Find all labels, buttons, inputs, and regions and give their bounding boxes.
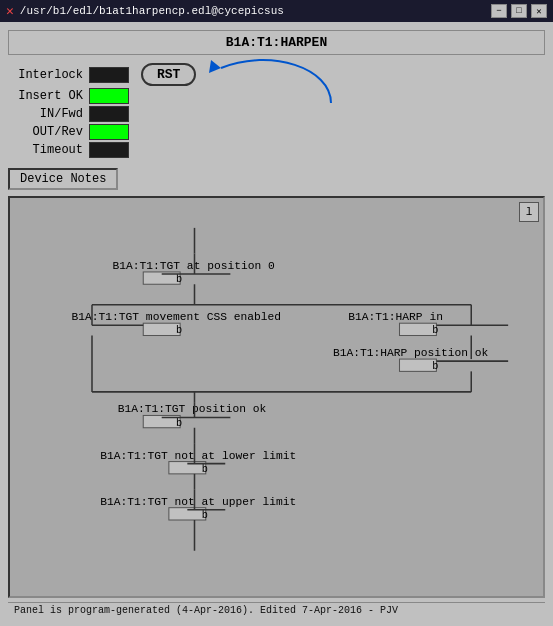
interlock-label: Interlock — [8, 68, 83, 82]
rst-button[interactable]: RST — [141, 63, 196, 86]
logic-diagram: .diag-text { font-family: 'Courier New',… — [10, 198, 543, 596]
device-title: B1A:T1:HARPEN — [8, 30, 545, 55]
svg-marker-0 — [209, 60, 221, 73]
svg-text:b: b — [202, 509, 208, 521]
svg-rect-12 — [400, 323, 437, 335]
close-button[interactable]: ✕ — [531, 4, 547, 18]
in-fwd-indicator — [89, 106, 129, 122]
rst-area: RST — [141, 63, 196, 86]
title-bar-path: /usr/b1/edl/b1at1harpencp.edl@cycepicsus — [20, 5, 284, 17]
timeout-row: Timeout — [8, 142, 545, 158]
title-bar-left: ✕ /usr/b1/edl/b1at1harpencp.edl@cycepics… — [6, 3, 284, 19]
svg-text:b: b — [176, 417, 182, 429]
timeout-indicator — [89, 142, 129, 158]
svg-text:B1A:T1:TGT not at lower limit: B1A:T1:TGT not at lower limit — [100, 450, 296, 462]
app-icon: ✕ — [6, 3, 14, 19]
main-container: B1A:T1:HARPEN Interlock RST Insert OK IN… — [0, 22, 553, 626]
out-rev-label: OUT/Rev — [8, 125, 83, 139]
svg-rect-20 — [400, 359, 437, 371]
status-section: Interlock RST Insert OK IN/Fwd OUT/Rev — [8, 63, 545, 158]
svg-text:B1A:T1:TGT movement CSS enable: B1A:T1:TGT movement CSS enabled — [72, 311, 282, 323]
svg-text:B1A:T1:HARP position ok: B1A:T1:HARP position ok — [333, 347, 489, 359]
minimize-button[interactable]: − — [491, 4, 507, 18]
insert-ok-indicator — [89, 88, 129, 104]
maximize-button[interactable]: □ — [511, 4, 527, 18]
out-rev-indicator — [89, 124, 129, 140]
logic-area: l .diag-text { font-family: 'Courier New… — [8, 196, 545, 598]
svg-text:b: b — [176, 324, 182, 336]
timeout-label: Timeout — [8, 143, 83, 157]
svg-text:b: b — [202, 463, 208, 475]
svg-text:b: b — [432, 360, 438, 372]
out-rev-row: OUT/Rev — [8, 124, 545, 140]
svg-text:B1A:T1:TGT position ok: B1A:T1:TGT position ok — [118, 403, 267, 415]
status-bar: Panel is program-generated (4-Apr-2016).… — [8, 602, 545, 618]
title-bar: ✕ /usr/b1/edl/b1at1harpencp.edl@cycepics… — [0, 0, 553, 22]
status-bar-text: Panel is program-generated (4-Apr-2016).… — [14, 605, 398, 616]
svg-text:b: b — [432, 324, 438, 336]
title-bar-controls[interactable]: − □ ✕ — [491, 4, 547, 18]
svg-text:b: b — [176, 273, 182, 285]
interlock-indicator — [89, 67, 129, 83]
svg-rect-9 — [143, 323, 180, 335]
insert-ok-row: Insert OK — [8, 88, 545, 104]
device-notes-button[interactable]: Device Notes — [8, 168, 118, 190]
insert-ok-label: Insert OK — [8, 89, 83, 103]
svg-text:B1A:T1:HARP in: B1A:T1:HARP in — [348, 311, 443, 323]
in-fwd-label: IN/Fwd — [8, 107, 83, 121]
in-fwd-row: IN/Fwd — [8, 106, 545, 122]
interlock-row: Interlock RST — [8, 63, 545, 86]
device-notes-section: Device Notes — [8, 168, 545, 190]
svg-text:B1A:T1:TGT not at upper limit: B1A:T1:TGT not at upper limit — [100, 496, 296, 508]
